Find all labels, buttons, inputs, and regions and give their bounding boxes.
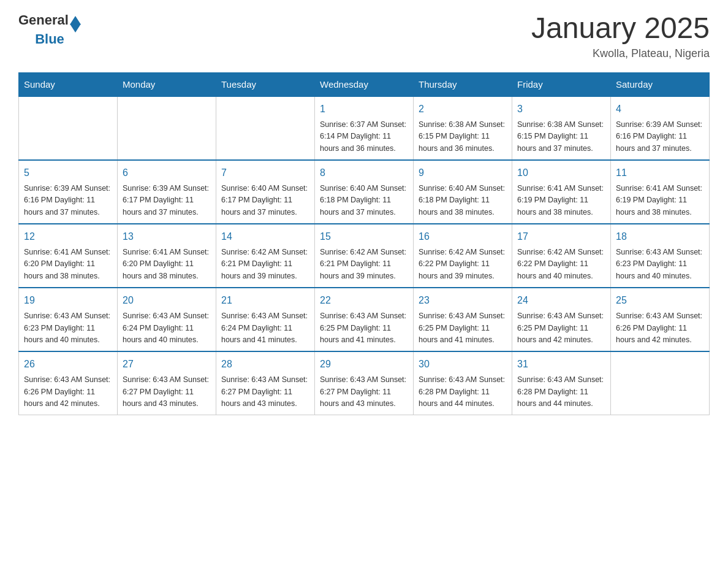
day-info: Sunrise: 6:43 AM Sunset: 6:27 PM Dayligh…: [320, 374, 408, 410]
day-number: 14: [221, 229, 309, 244]
table-row: 22Sunrise: 6:43 AM Sunset: 6:25 PM Dayli…: [315, 288, 414, 351]
day-number: 13: [123, 229, 211, 244]
table-row: 25Sunrise: 6:43 AM Sunset: 6:26 PM Dayli…: [611, 288, 710, 351]
calendar-title: January 2025: [531, 12, 710, 45]
calendar-table: Sunday Monday Tuesday Wednesday Thursday…: [18, 72, 710, 416]
calendar-week-row: 1Sunrise: 6:37 AM Sunset: 6:14 PM Daylig…: [19, 96, 710, 160]
day-info: Sunrise: 6:43 AM Sunset: 6:27 PM Dayligh…: [123, 374, 211, 410]
day-info: Sunrise: 6:41 AM Sunset: 6:20 PM Dayligh…: [24, 247, 112, 282]
calendar-week-row: 26Sunrise: 6:43 AM Sunset: 6:26 PM Dayli…: [19, 351, 710, 415]
table-row: 8Sunrise: 6:40 AM Sunset: 6:18 PM Daylig…: [315, 160, 414, 224]
day-info: Sunrise: 6:39 AM Sunset: 6:16 PM Dayligh…: [616, 119, 704, 155]
day-info: Sunrise: 6:38 AM Sunset: 6:15 PM Dayligh…: [419, 119, 507, 155]
table-row: 3Sunrise: 6:38 AM Sunset: 6:15 PM Daylig…: [512, 96, 611, 160]
day-info: Sunrise: 6:39 AM Sunset: 6:16 PM Dayligh…: [24, 183, 112, 218]
table-row: 20Sunrise: 6:43 AM Sunset: 6:24 PM Dayli…: [118, 288, 216, 351]
day-number: 30: [419, 357, 507, 372]
day-info: Sunrise: 6:41 AM Sunset: 6:19 PM Dayligh…: [517, 183, 605, 218]
calendar-subtitle: Kwolla, Plateau, Nigeria: [531, 47, 710, 60]
col-saturday: Saturday: [611, 72, 710, 96]
day-info: Sunrise: 6:39 AM Sunset: 6:17 PM Dayligh…: [123, 183, 211, 218]
logo: General Blue: [18, 12, 81, 47]
day-info: Sunrise: 6:43 AM Sunset: 6:26 PM Dayligh…: [616, 310, 704, 346]
day-number: 12: [24, 229, 112, 244]
table-row: 7Sunrise: 6:40 AM Sunset: 6:17 PM Daylig…: [216, 160, 315, 224]
table-row: 31Sunrise: 6:43 AM Sunset: 6:28 PM Dayli…: [512, 351, 611, 415]
table-row: 15Sunrise: 6:42 AM Sunset: 6:21 PM Dayli…: [315, 224, 414, 288]
day-number: 28: [221, 357, 309, 372]
table-row: 27Sunrise: 6:43 AM Sunset: 6:27 PM Dayli…: [118, 351, 216, 415]
day-number: 18: [616, 229, 704, 244]
day-number: 22: [320, 293, 408, 308]
day-number: 15: [320, 229, 408, 244]
table-row: 23Sunrise: 6:43 AM Sunset: 6:25 PM Dayli…: [414, 288, 512, 351]
table-row: 14Sunrise: 6:42 AM Sunset: 6:21 PM Dayli…: [216, 224, 315, 288]
day-number: 6: [123, 166, 211, 180]
table-row: 19Sunrise: 6:43 AM Sunset: 6:23 PM Dayli…: [19, 288, 118, 351]
day-number: 1: [320, 102, 408, 117]
day-info: Sunrise: 6:38 AM Sunset: 6:15 PM Dayligh…: [517, 119, 605, 155]
day-info: Sunrise: 6:43 AM Sunset: 6:25 PM Dayligh…: [419, 310, 507, 346]
table-row: [118, 96, 216, 160]
table-row: 12Sunrise: 6:41 AM Sunset: 6:20 PM Dayli…: [19, 224, 118, 288]
page-header: General Blue January 2025 Kwolla, Platea…: [18, 12, 710, 60]
day-number: 9: [419, 166, 507, 180]
day-number: 19: [24, 293, 112, 308]
day-number: 11: [616, 166, 704, 180]
col-wednesday: Wednesday: [315, 72, 414, 96]
table-row: 11Sunrise: 6:41 AM Sunset: 6:19 PM Dayli…: [611, 160, 710, 224]
table-row: 10Sunrise: 6:41 AM Sunset: 6:19 PM Dayli…: [512, 160, 611, 224]
day-number: 21: [221, 293, 309, 308]
day-info: Sunrise: 6:42 AM Sunset: 6:21 PM Dayligh…: [221, 247, 309, 282]
table-row: [216, 96, 315, 160]
day-info: Sunrise: 6:43 AM Sunset: 6:24 PM Dayligh…: [221, 310, 309, 346]
calendar-week-row: 12Sunrise: 6:41 AM Sunset: 6:20 PM Dayli…: [19, 224, 710, 288]
col-friday: Friday: [512, 72, 611, 96]
day-number: 17: [517, 229, 605, 244]
table-row: 28Sunrise: 6:43 AM Sunset: 6:27 PM Dayli…: [216, 351, 315, 415]
table-row: 13Sunrise: 6:41 AM Sunset: 6:20 PM Dayli…: [118, 224, 216, 288]
day-number: 26: [24, 357, 112, 372]
table-row: 6Sunrise: 6:39 AM Sunset: 6:17 PM Daylig…: [118, 160, 216, 224]
table-row: 9Sunrise: 6:40 AM Sunset: 6:18 PM Daylig…: [414, 160, 512, 224]
day-info: Sunrise: 6:41 AM Sunset: 6:20 PM Dayligh…: [123, 247, 211, 282]
day-number: 24: [517, 293, 605, 308]
day-info: Sunrise: 6:42 AM Sunset: 6:21 PM Dayligh…: [320, 247, 408, 282]
table-row: 30Sunrise: 6:43 AM Sunset: 6:28 PM Dayli…: [414, 351, 512, 415]
table-row: 4Sunrise: 6:39 AM Sunset: 6:16 PM Daylig…: [611, 96, 710, 160]
day-info: Sunrise: 6:37 AM Sunset: 6:14 PM Dayligh…: [320, 119, 408, 155]
col-thursday: Thursday: [414, 72, 512, 96]
day-number: 16: [419, 229, 507, 244]
table-row: 2Sunrise: 6:38 AM Sunset: 6:15 PM Daylig…: [414, 96, 512, 160]
day-number: 31: [517, 357, 605, 372]
table-row: 26Sunrise: 6:43 AM Sunset: 6:26 PM Dayli…: [19, 351, 118, 415]
table-row: 17Sunrise: 6:42 AM Sunset: 6:22 PM Dayli…: [512, 224, 611, 288]
title-block: January 2025 Kwolla, Plateau, Nigeria: [531, 12, 710, 60]
day-number: 29: [320, 357, 408, 372]
table-row: 21Sunrise: 6:43 AM Sunset: 6:24 PM Dayli…: [216, 288, 315, 351]
day-info: Sunrise: 6:40 AM Sunset: 6:18 PM Dayligh…: [320, 183, 408, 218]
col-sunday: Sunday: [19, 72, 118, 96]
table-row: 1Sunrise: 6:37 AM Sunset: 6:14 PM Daylig…: [315, 96, 414, 160]
day-info: Sunrise: 6:43 AM Sunset: 6:25 PM Dayligh…: [320, 310, 408, 346]
day-info: Sunrise: 6:43 AM Sunset: 6:28 PM Dayligh…: [419, 374, 507, 410]
day-number: 20: [123, 293, 211, 308]
day-info: Sunrise: 6:43 AM Sunset: 6:25 PM Dayligh…: [517, 310, 605, 346]
day-info: Sunrise: 6:43 AM Sunset: 6:26 PM Dayligh…: [24, 374, 112, 410]
table-row: 18Sunrise: 6:43 AM Sunset: 6:23 PM Dayli…: [611, 224, 710, 288]
day-number: 27: [123, 357, 211, 372]
logo-general-text: General: [18, 12, 69, 28]
day-number: 25: [616, 293, 704, 308]
logo-icon: General Blue: [18, 12, 81, 47]
day-number: 10: [517, 166, 605, 180]
table-row: 16Sunrise: 6:42 AM Sunset: 6:22 PM Dayli…: [414, 224, 512, 288]
calendar-header-row: Sunday Monday Tuesday Wednesday Thursday…: [19, 72, 710, 96]
calendar-week-row: 5Sunrise: 6:39 AM Sunset: 6:16 PM Daylig…: [19, 160, 710, 224]
logo-blue-text: Blue: [35, 31, 64, 47]
calendar-week-row: 19Sunrise: 6:43 AM Sunset: 6:23 PM Dayli…: [19, 288, 710, 351]
day-number: 23: [419, 293, 507, 308]
day-info: Sunrise: 6:41 AM Sunset: 6:19 PM Dayligh…: [616, 183, 704, 218]
table-row: [19, 96, 118, 160]
table-row: 5Sunrise: 6:39 AM Sunset: 6:16 PM Daylig…: [19, 160, 118, 224]
day-info: Sunrise: 6:40 AM Sunset: 6:18 PM Dayligh…: [419, 183, 507, 218]
